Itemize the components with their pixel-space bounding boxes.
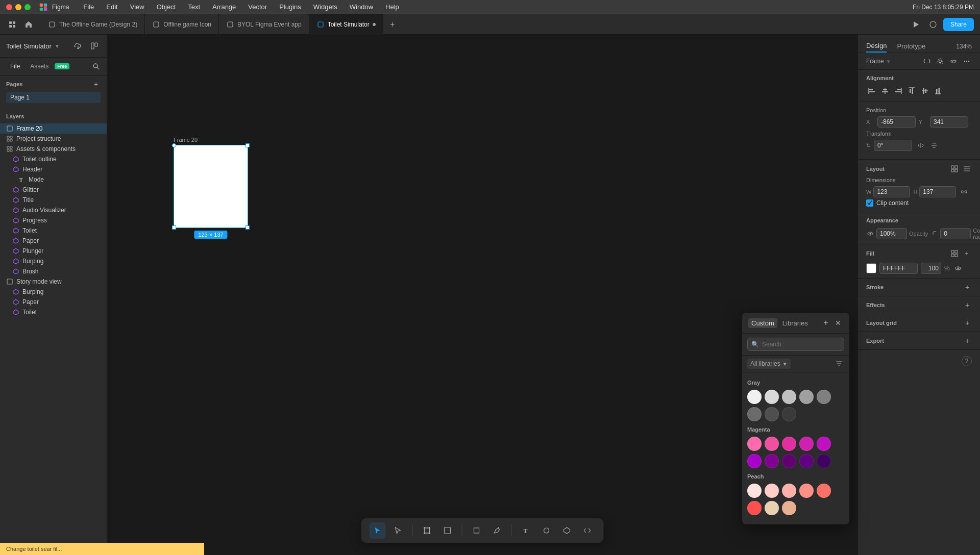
gray-swatch-3[interactable] (782, 390, 796, 404)
peach-swatch-2[interactable] (765, 484, 779, 498)
peach-swatch-4[interactable] (799, 484, 814, 498)
layer-project-structure[interactable]: Project structure (0, 134, 107, 144)
layout-grid-add-button[interactable]: + (963, 318, 972, 327)
constrain-proportions-button[interactable] (959, 187, 969, 197)
fill-color-swatch[interactable] (866, 263, 876, 273)
filter-list-button[interactable] (834, 359, 844, 369)
help-button[interactable]: ? (962, 356, 972, 366)
search-button[interactable] (91, 62, 101, 71)
align-middle-v-button[interactable] (919, 85, 930, 96)
flip-horizontal-button[interactable] (915, 140, 926, 151)
gray-swatch-4[interactable] (799, 390, 814, 404)
magenta-swatch-7[interactable] (765, 454, 779, 468)
layer-burping-2[interactable]: Burping (0, 287, 107, 297)
cursor-tool-secondary[interactable] (390, 522, 406, 539)
add-tab-button[interactable]: + (385, 17, 400, 32)
add-page-button[interactable]: + (91, 80, 101, 89)
tab-byol-event[interactable]: BYOL Figma Event app (219, 14, 309, 35)
peach-swatch-5[interactable] (817, 484, 831, 498)
align-center-h-button[interactable] (879, 85, 891, 96)
magenta-swatch-1[interactable] (747, 437, 762, 451)
sidebar-nav-file[interactable]: File (6, 61, 24, 72)
cloud-save-button[interactable] (72, 40, 84, 52)
magenta-swatch-2[interactable] (765, 437, 779, 451)
maximize-button[interactable] (24, 4, 31, 10)
gray-swatch-7[interactable] (765, 407, 779, 421)
effects-add-button[interactable]: + (963, 300, 972, 310)
sidebar-nav-assets[interactable]: Assets (26, 61, 53, 72)
align-bottom-button[interactable] (933, 85, 944, 96)
color-tab-custom[interactable]: Custom (748, 318, 777, 328)
link-button[interactable] (948, 56, 959, 66)
tab-offline-game-design[interactable]: The Offline Game (Design 2) (41, 14, 145, 35)
design-tab[interactable]: Design (866, 40, 887, 53)
layer-title[interactable]: Title (0, 195, 107, 205)
gray-swatch-1[interactable] (747, 390, 762, 404)
flip-vertical-button[interactable] (928, 140, 940, 151)
align-top-button[interactable] (906, 85, 917, 96)
align-right-button[interactable] (893, 85, 904, 96)
peach-swatch-6[interactable] (747, 501, 762, 515)
layer-toilet-2[interactable]: Toilet (0, 307, 107, 317)
y-input[interactable] (930, 116, 968, 128)
multiplayer-button[interactable] (927, 18, 939, 31)
view-toggle-button[interactable] (88, 40, 101, 52)
fill-add-button[interactable]: + (962, 248, 972, 259)
frame-tool-2[interactable] (439, 522, 456, 539)
tab-offline-game-icon[interactable]: Offline game Icon (145, 14, 219, 35)
text-tool[interactable]: T (518, 522, 534, 539)
layout-grid-button[interactable] (949, 164, 960, 174)
layer-glitter[interactable]: Glitter (0, 185, 107, 195)
magenta-swatch-9[interactable] (799, 454, 814, 468)
peach-swatch-1[interactable] (747, 484, 762, 498)
layout-list-button[interactable] (962, 164, 972, 174)
gray-swatch-5[interactable] (817, 390, 831, 404)
color-tab-libraries[interactable]: Libraries (779, 318, 811, 328)
resize-handle-tl[interactable] (172, 143, 176, 147)
fill-opacity-input[interactable] (921, 263, 941, 274)
x-input[interactable] (877, 116, 916, 128)
corner-radius-input[interactable] (940, 228, 971, 239)
layer-frame-20[interactable]: Frame 20 (0, 123, 107, 134)
fill-visibility-button[interactable] (953, 263, 963, 273)
main-menu-button[interactable] (6, 18, 18, 31)
layer-toilet-outline[interactable]: Toilet outline (0, 154, 107, 164)
menu-help[interactable]: Help (383, 2, 401, 12)
layer-header[interactable]: Header (0, 164, 107, 174)
pen-tool[interactable] (489, 522, 505, 539)
page-1[interactable]: Page 1 (6, 92, 101, 103)
magenta-swatch-3[interactable] (782, 437, 796, 451)
gray-swatch-8[interactable] (782, 407, 796, 421)
resize-handle-br[interactable] (246, 225, 250, 230)
layer-burping[interactable]: Burping (0, 256, 107, 266)
layer-plunger[interactable]: Plunger (0, 246, 107, 256)
shape-tool[interactable] (469, 522, 485, 539)
menu-window[interactable]: Window (348, 2, 375, 12)
magenta-swatch-8[interactable] (782, 454, 796, 468)
canvas-frame-box[interactable]: 123 × 137 (174, 145, 248, 228)
peach-swatch-8[interactable] (782, 501, 796, 515)
layer-paper[interactable]: Paper (0, 236, 107, 246)
more-button[interactable] (962, 56, 972, 66)
prototype-tab[interactable]: Prototype (897, 40, 925, 52)
menu-arrange[interactable]: Arrange (210, 2, 238, 12)
tab-toilet-simulator[interactable]: Toilet Simulator (309, 14, 383, 35)
layer-story-mode-view[interactable]: Story mode view (0, 276, 107, 287)
code-tool[interactable] (579, 522, 596, 539)
frame-tool[interactable] (419, 522, 435, 539)
cursor-tool[interactable] (370, 522, 386, 539)
color-panel-close-button[interactable]: ✕ (833, 318, 843, 328)
color-panel-add-button[interactable]: + (821, 318, 831, 328)
layer-audio-visualizer[interactable]: Audio Visualizer (0, 205, 107, 215)
peach-swatch-3[interactable] (782, 484, 796, 498)
minimize-button[interactable] (15, 4, 21, 10)
align-left-button[interactable] (866, 85, 877, 96)
menu-view[interactable]: View (128, 2, 146, 12)
clip-content-checkbox[interactable] (866, 199, 873, 207)
resize-handle-tr[interactable] (246, 143, 250, 147)
magenta-swatch-10[interactable] (817, 454, 831, 468)
layer-brush[interactable]: Brush (0, 266, 107, 276)
home-button[interactable] (22, 18, 35, 31)
component-tool[interactable] (559, 522, 575, 539)
fill-grid-button[interactable] (949, 248, 960, 259)
